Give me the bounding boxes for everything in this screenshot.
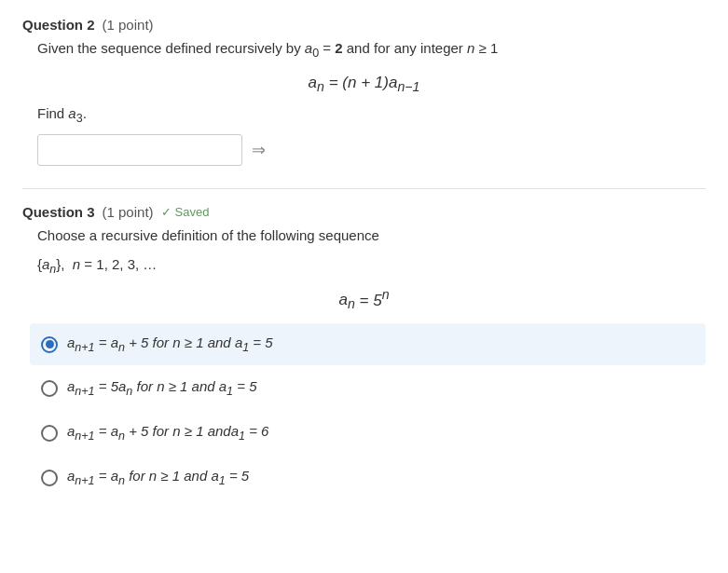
radio-4[interactable] (41, 470, 58, 486)
radio-2[interactable] (41, 380, 58, 397)
recurrence-formula: an = (n + 1)an−1 (22, 74, 706, 94)
question-3-title: Question 3 (22, 204, 95, 220)
question-2-points: (1 point) (103, 17, 154, 33)
option-3-label: an+1 = an + 5 for n ≥ 1 anda1 = 6 (67, 421, 268, 445)
sequence-set-line: {an}, n = 1, 2, 3, … (37, 256, 706, 276)
value-2: 2 (335, 40, 342, 56)
options-list: an+1 = an + 5 for n ≥ 1 and a1 = 5 an+1 … (30, 323, 706, 499)
initial-a0: a (305, 40, 312, 56)
section-divider (22, 188, 706, 189)
option-2[interactable]: an+1 = 5an for n ≥ 1 and a1 = 5 (30, 367, 706, 410)
radio-3[interactable] (41, 425, 58, 442)
sequence-formula: an = 5n (22, 287, 706, 312)
question-2-intro: Given the sequence defined recursively b… (37, 38, 706, 62)
sub-0: 0 (312, 47, 319, 60)
option-1-label: an+1 = an + 5 for n ≥ 1 and a1 = 5 (67, 333, 273, 357)
saved-badge: Saved (161, 205, 210, 219)
question-3-instruction: Choose a recursive definition of the fol… (37, 225, 706, 247)
radio-1[interactable] (41, 336, 58, 353)
question-2-header: Question 2 (1 point) (22, 17, 706, 33)
option-4-label: an+1 = an for n ≥ 1 and a1 = 5 (67, 466, 249, 490)
option-1[interactable]: an+1 = an + 5 for n ≥ 1 and a1 = 5 (30, 323, 706, 366)
option-2-label: an+1 = 5an for n ≥ 1 and a1 = 5 (67, 376, 257, 401)
question-2-block: Question 2 (1 point) Given the sequence … (22, 17, 706, 166)
option-3[interactable]: an+1 = an + 5 for n ≥ 1 anda1 = 6 (30, 412, 706, 455)
find-label: Find a3. (37, 105, 706, 125)
question-3-header: Question 3 (1 point) Saved (22, 204, 706, 220)
submit-icon[interactable]: ⇒ (252, 140, 266, 160)
option-4[interactable]: an+1 = an for n ≥ 1 and a1 = 5 (30, 457, 706, 499)
answer-input[interactable] (37, 134, 242, 166)
question-3-block: Question 3 (1 point) Saved Choose a recu… (22, 204, 706, 499)
answer-row: ⇒ (37, 134, 706, 166)
question-2-title: Question 2 (22, 17, 95, 33)
question-3-points: (1 point) (103, 204, 154, 220)
